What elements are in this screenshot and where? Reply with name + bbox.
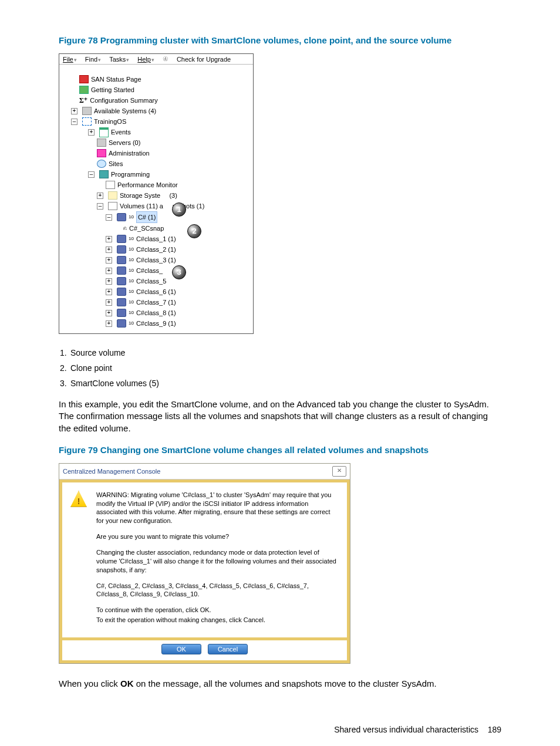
cancel-button[interactable]: Cancel [208,644,248,654]
expand-toggle[interactable]: + [106,289,112,295]
storage-icon [108,191,117,200]
node-programming[interactable]: Programming [111,169,150,180]
footer-label: Shared versus individual characteristics [334,725,478,734]
expand-toggle[interactable]: + [88,129,95,136]
node-class1[interactable]: C#class_1 (1) [136,234,176,244]
sigma-icon: Σ⁺ [79,95,87,106]
volume-icon [117,245,126,254]
menu-tasks[interactable]: Tasks▾ [109,56,129,63]
menu-help[interactable]: Help▾ [137,56,154,63]
expand-toggle[interactable]: + [106,268,112,274]
dialog-p2: Are you sure you want to migrate this vo… [96,532,339,541]
callout-2: 2 [187,224,201,238]
admin-icon [97,149,106,157]
dialog-title: Centralized Management Console [63,468,160,475]
figure78-title: Figure 78 Programming cluster with Smart… [59,35,501,45]
node-getting-started[interactable]: Getting Started [91,85,134,95]
node-san[interactable]: SAN Status Page [91,74,141,85]
node-class5[interactable]: C#class_5 [136,276,166,286]
volume-icon [117,298,126,306]
document-icon [99,127,109,137]
node-class4[interactable]: C#class_ [136,265,163,276]
expand-toggle[interactable]: + [106,320,112,327]
page-footer: Shared versus individual characteristics… [59,725,501,734]
node-admin[interactable]: Administration [109,148,150,158]
node-events[interactable]: Events [111,127,131,137]
arrow-icon [79,86,89,94]
dialog-p1: WARNING: Migrating volume 'C#class_1' to… [96,491,339,525]
page-number: 189 [488,725,501,734]
expand-toggle[interactable]: + [97,193,103,199]
performance-icon [106,181,115,189]
expand-toggle[interactable]: + [106,299,112,306]
node-perf-monitor[interactable]: Performance Monitor [117,180,178,190]
menubar: File▾ Find▾ Tasks▾ Help▾ ④ Check for Upg… [59,54,253,65]
volume-icon [117,213,126,221]
close-icon[interactable]: ✕ [332,466,346,477]
volume-icon [117,277,126,285]
figure79-title: Figure 79 Changing one SmartClone volume… [59,445,501,455]
warning-icon [70,491,87,507]
figure79-dialog: Centralized Management Console ✕ WARNING… [59,463,350,664]
menu-find[interactable]: Find▾ [85,56,101,63]
check-upgrade-icon: ④ [163,55,168,63]
expand-toggle[interactable]: + [71,108,77,114]
snapshot-icon: ⎌ [123,223,127,234]
volume-icon [117,256,126,264]
collapse-toggle[interactable]: – [97,203,103,210]
house-icon [79,75,89,83]
expand-toggle[interactable]: + [106,236,112,242]
cluster-icon [99,170,109,178]
node-class3[interactable]: C#class_3 (1) [136,255,176,265]
node-storage-systems[interactable]: Storage Syste (3) [120,190,177,201]
figure78-legend: 1.Source volume 2.Clone point 3.SmartClo… [59,348,501,388]
volume-icon [117,235,126,243]
training-icon [82,117,92,126]
expand-toggle[interactable]: + [106,257,112,264]
tree-view: SAN Status Page Getting Started Σ⁺Config… [59,65,253,333]
dialog-message: WARNING: Migrating volume 'C#class_1' to… [96,491,339,632]
servers-icon [82,107,92,115]
dialog-p6: To exit the operation without making cha… [96,616,339,625]
menu-file[interactable]: File▾ [63,56,77,63]
callout-1: 1 [172,202,186,217]
collapse-toggle[interactable]: – [106,214,112,221]
expand-toggle[interactable]: + [106,247,112,253]
globe-icon [97,160,106,168]
expand-toggle[interactable]: + [106,278,112,285]
legend-smartclone-volumes: SmartClone volumes (5) [70,379,159,388]
paragraph-example: In this example, you edit the SmartClone… [59,399,501,434]
node-scsnap[interactable]: C#_SCsnap [129,223,164,234]
node-class6[interactable]: C#class_6 (1) [136,286,176,297]
legend-source-volume: Source volume [70,348,125,357]
node-config-summary[interactable]: Configuration Summary [90,95,158,106]
ok-button[interactable]: OK [161,644,201,654]
paragraph-result: When you click OK on the message, all th… [59,678,501,690]
volume-icon [117,288,126,296]
node-servers[interactable]: Servers (0) [109,137,140,148]
volume-icon [117,309,126,317]
node-class7[interactable]: C#class_7 (1) [136,297,176,308]
collapse-toggle[interactable]: – [88,171,95,178]
node-class8[interactable]: C#class_8 (1) [136,308,176,318]
callout-3: 3 [172,265,186,279]
figure78-screenshot: File▾ Find▾ Tasks▾ Help▾ ④ Check for Upg… [59,53,254,334]
expand-toggle[interactable]: + [106,310,112,316]
server-icon [97,139,106,147]
dialog-p3: Changing the cluster association, redund… [96,548,339,575]
node-class2[interactable]: C#class_2 (1) [136,244,176,255]
node-class9[interactable]: C#class_9 (1) [136,318,176,329]
volumes-icon [108,202,117,210]
dialog-p4: C#, C#class_2, C#class_3, C#class_4, C#c… [96,582,339,599]
node-available-systems[interactable]: Available Systems (4) [94,106,156,116]
legend-clone-point: Clone point [70,363,112,373]
volume-icon [117,319,126,328]
collapse-toggle[interactable]: – [71,119,77,125]
node-volumes[interactable]: Volumes (11) a apshots (1) [120,201,204,211]
check-upgrade-label[interactable]: Check for Upgrade [177,56,231,63]
node-trainingos[interactable]: TrainingOS [94,116,126,127]
dialog-p5: To continue with the operation, click OK… [96,606,339,615]
node-csharp[interactable]: C# (1) [136,211,158,223]
volume-icon [117,266,126,275]
node-sites[interactable]: Sites [109,158,123,169]
